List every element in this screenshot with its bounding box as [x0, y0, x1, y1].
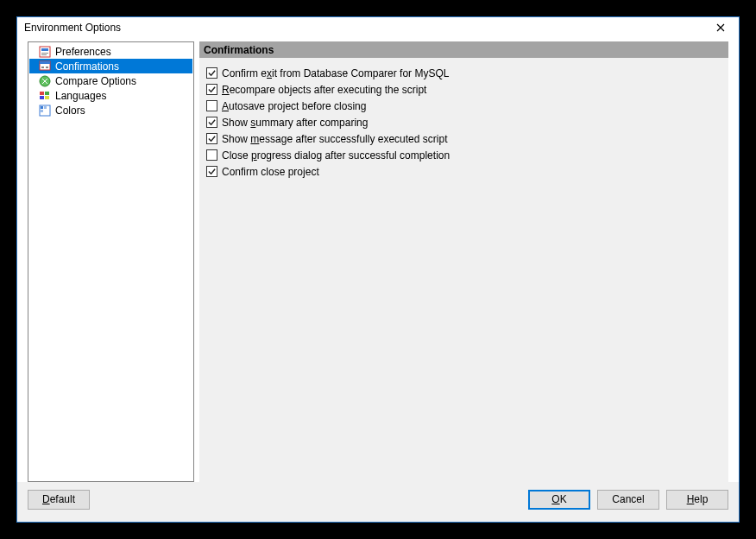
sidebar-item-label: Preferences [55, 46, 111, 58]
svg-rect-3 [41, 54, 47, 55]
languages-icon [38, 89, 52, 103]
checkbox-show-message[interactable]: Show message after successfully executed… [206, 130, 721, 147]
close-button[interactable] [708, 19, 734, 36]
environment-options-dialog: Environment Options Preferences Confirma… [16, 16, 740, 523]
compare-icon [38, 74, 52, 88]
checkbox-confirm-exit[interactable]: Confirm exit from Database Comparer for … [206, 65, 721, 81]
close-icon [716, 23, 725, 32]
checkbox-label: Confirm close project [222, 166, 319, 178]
section-title: Confirmations [199, 41, 728, 58]
sidebar-item-confirmations[interactable]: Confirmations [29, 59, 192, 73]
svg-rect-15 [44, 106, 47, 109]
preferences-icon [38, 45, 52, 59]
svg-rect-1 [41, 48, 48, 51]
sidebar-item-languages[interactable]: Languages [29, 88, 192, 103]
checkbox-icon [206, 166, 217, 177]
titlebar: Environment Options [17, 17, 739, 38]
sidebar-item-label: Confirmations [55, 60, 119, 73]
checkbox-icon [206, 67, 217, 79]
checkbox-label: Recompare objects after executing the sc… [222, 84, 426, 96]
sidebar-item-label: Compare Options [55, 75, 136, 87]
sidebar-item-preferences[interactable]: Preferences [29, 44, 192, 59]
checkbox-label: Close progress dialog after successful c… [222, 149, 450, 162]
dialog-body: Preferences Confirmations Compare Option… [17, 38, 739, 482]
svg-rect-12 [45, 96, 49, 99]
category-tree: Preferences Confirmations Compare Option… [28, 41, 194, 482]
help-button[interactable]: Help [666, 490, 728, 510]
sidebar-item-colors[interactable]: Colors [29, 103, 192, 117]
options-area: Confirm exit from Database Comparer for … [199, 58, 728, 482]
sidebar-item-label: Languages [55, 90, 106, 102]
svg-rect-7 [46, 67, 48, 68]
main-panel: Confirmations Confirm exit from Database… [199, 41, 728, 482]
default-button[interactable]: Default [28, 490, 90, 510]
checkbox-icon [206, 100, 217, 111]
svg-rect-0 [40, 47, 50, 57]
checkbox-recompare[interactable]: Recompare objects after executing the sc… [206, 81, 721, 98]
dialog-footer: Default OK Cancel Help [17, 482, 739, 522]
checkbox-icon [206, 117, 217, 128]
svg-rect-9 [40, 92, 44, 95]
checkbox-show-summary[interactable]: Show summary after comparing [206, 114, 721, 130]
checkbox-icon [206, 133, 217, 144]
sidebar-item-compare-options[interactable]: Compare Options [29, 73, 192, 88]
window-title: Environment Options [24, 22, 708, 34]
svg-rect-11 [40, 96, 44, 99]
svg-rect-2 [41, 53, 48, 54]
ok-button[interactable]: OK [528, 490, 590, 510]
checkbox-close-progress[interactable]: Close progress dialog after successful c… [206, 147, 721, 163]
svg-rect-10 [45, 92, 49, 95]
svg-rect-6 [41, 67, 44, 68]
svg-rect-16 [41, 110, 43, 112]
svg-rect-14 [41, 106, 43, 109]
checkbox-label: Show summary after comparing [222, 117, 368, 129]
colors-icon [38, 104, 52, 117]
checkbox-label: Show message after successfully executed… [222, 133, 447, 145]
svg-rect-5 [40, 61, 50, 64]
checkbox-confirm-close-project[interactable]: Confirm close project [206, 163, 721, 180]
confirmations-icon [38, 60, 52, 73]
cancel-button[interactable]: Cancel [597, 490, 659, 510]
checkbox-icon [206, 84, 217, 95]
checkbox-autosave[interactable]: Autosave project before closing [206, 98, 721, 114]
checkbox-label: Autosave project before closing [222, 100, 366, 112]
checkbox-label: Confirm exit from Database Comparer for … [222, 67, 449, 79]
sidebar-item-label: Colors [55, 105, 85, 117]
checkbox-icon [206, 149, 217, 161]
